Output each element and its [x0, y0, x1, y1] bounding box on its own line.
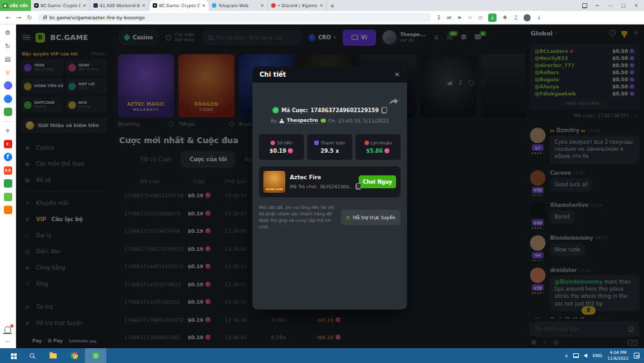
share-icon[interactable] — [390, 96, 399, 108]
share-icon[interactable]: ➤ — [457, 14, 462, 21]
tab-title: $1,500 Weekend Booongo M — [100, 3, 140, 8]
downloads-icon[interactable]: ↓ — [536, 14, 541, 21]
volume-icon[interactable] — [584, 353, 587, 358]
game-id-value: 3635242300... — [319, 184, 354, 190]
support-note: Mọi vấn đề, xin vui lòng liên hệ với bộ … — [259, 204, 336, 230]
tab-close-icon[interactable]: ✕ — [142, 3, 146, 8]
garden-icon[interactable] — [4, 193, 12, 201]
reading-list-icon[interactable]: ▤ — [4, 55, 12, 63]
file-explorer-icon[interactable] — [43, 348, 64, 363]
game-id-row: Mã Trò chơi: 3635242300... — [290, 183, 354, 190]
games-icon[interactable] — [4, 108, 12, 116]
shopee-icon[interactable]: 9.9 — [4, 166, 12, 175]
play-now-button[interactable]: Chơi Ngay — [359, 175, 396, 188]
back-to-app-icon[interactable]: ← — [596, 3, 600, 8]
stat-value: 29.5 x — [321, 148, 339, 154]
stat-box: Lợi nhuận $5.86 — [355, 134, 401, 160]
hot-deals-crown-icon[interactable]: ♕ — [4, 68, 12, 77]
on-label: On — [328, 118, 336, 124]
modal-header: Chi tiết ✕ — [252, 66, 407, 83]
new-tab-button[interactable]: + — [327, 0, 337, 11]
coccoc-brand-label: cốc cốc — [10, 3, 28, 8]
start-button[interactable] — [0, 348, 21, 363]
tab-close-icon[interactable]: ✕ — [202, 3, 205, 8]
back-icon[interactable]: ← — [6, 14, 11, 21]
coin-icon — [288, 148, 293, 153]
browser-tabs: BC.Game: Crypto Casino Gan ✕ $1,500 Week… — [31, 0, 327, 11]
address-bar[interactable]: bc.game/vi/game/aztec-fire-by-booongo — [38, 13, 431, 22]
stat-icon — [314, 141, 319, 145]
url-text: bc.game/vi/game/aztec-fire-by-booongo — [50, 15, 145, 21]
facebook-icon[interactable]: f — [4, 153, 12, 161]
youtube-icon[interactable]: ▸ — [4, 140, 12, 148]
tab-close-icon[interactable]: ✕ — [82, 3, 86, 8]
stat-icon — [365, 141, 369, 145]
profile-avatar[interactable] — [524, 14, 531, 21]
history-icon[interactable]: ↻ — [4, 42, 12, 50]
system-tray: ∧ ENG 4:04 PM11/6/2022 — [565, 350, 644, 361]
bet-id-value: 1748637249602129159 — [310, 108, 379, 113]
stat-value: $5.86 — [366, 148, 390, 154]
browser-sidebar: ⚙ ↻ ▤ ♕ + ▸ f 9.9 ⋯ — [0, 25, 16, 348]
stat-box: Thanh toán 29.5 x — [307, 134, 352, 160]
network-icon[interactable] — [573, 353, 579, 358]
coin-icon — [384, 148, 390, 153]
extensions-icon[interactable]: ❖ — [502, 14, 507, 21]
cart-icon[interactable] — [4, 206, 12, 214]
live-support-button[interactable]: ∩ Hỗ trợ trực tuyến — [341, 210, 401, 225]
maximize-button[interactable]: ▢ — [621, 3, 626, 8]
browser-tab[interactable]: BC.Game: Crypto Casino Gan ✕ — [31, 0, 90, 11]
gift-icon[interactable] — [4, 179, 12, 188]
download-video-icon[interactable]: ↓ — [488, 14, 497, 22]
translate-icon[interactable]: ⇄ — [447, 14, 451, 21]
coccoc-taskbar-icon[interactable] — [85, 348, 106, 363]
forward-icon[interactable]: → — [17, 14, 22, 21]
game-thumbnail[interactable]: AZTEC FIRE — [263, 171, 285, 193]
tab-close-icon[interactable]: ✕ — [260, 3, 264, 8]
game-name: Aztec Fire — [290, 174, 354, 181]
lock-icon — [43, 17, 46, 19]
screenshot-icon[interactable] — [582, 3, 587, 8]
chrome-icon[interactable] — [64, 348, 85, 363]
modal-title: Chi tiết — [260, 71, 286, 78]
modal-close-icon[interactable]: ✕ — [395, 71, 400, 78]
bet-datetime: 13:40:33, 5/11/2022 — [338, 118, 389, 124]
browser-tab[interactable]: $1,500 Weekend Booongo M ✕ — [90, 0, 149, 11]
browser-tab[interactable]: • Discord | #games | BC G ✕ — [268, 0, 327, 11]
by-label: By — [270, 118, 277, 124]
tab-favicon — [212, 3, 216, 8]
media-icon[interactable]: ♫ — [513, 14, 518, 21]
stat-icon — [270, 141, 275, 145]
taskbar-search-icon[interactable] — [21, 348, 43, 363]
copy-icon[interactable] — [381, 107, 387, 113]
notifications-bell-icon[interactable] — [5, 326, 11, 333]
notification-dot — [10, 324, 14, 328]
action-center-icon[interactable] — [634, 353, 639, 358]
add-shortcut-icon[interactable]: + — [4, 126, 12, 135]
game-card: AZTEC FIRE Aztec Fire Mã Trò chơi: 36352… — [259, 166, 401, 197]
coccoc-brand[interactable]: cốc cốc — [0, 0, 31, 11]
settings-icon[interactable]: ⚙ — [4, 28, 12, 37]
browser-tab[interactable]: Telegram Web ✕ — [209, 0, 268, 11]
bookmark-star-icon[interactable]: ☆ — [468, 14, 473, 21]
copy-icon[interactable] — [355, 183, 361, 190]
tray-chevron-icon[interactable]: ∧ — [565, 353, 568, 358]
tab-close-icon[interactable]: ✕ — [319, 3, 323, 8]
reload-icon[interactable]: ↻ — [27, 14, 32, 21]
player-name[interactable]: Thespectre — [287, 117, 317, 124]
coccoc-newsfeed-icon[interactable] — [4, 95, 12, 103]
language-indicator[interactable]: ENG — [592, 353, 602, 358]
shield-icon[interactable]: ◇ — [478, 14, 483, 21]
bet-by-row: By Thespectre On 13:40:33, 5/11/2022 — [252, 117, 407, 124]
messenger-icon[interactable] — [4, 81, 12, 90]
tab-favicon — [153, 3, 157, 8]
taskbar-clock[interactable]: 4:04 PM11/6/2022 — [607, 350, 629, 361]
game-id-label: Mã Trò chơi: — [290, 184, 317, 190]
bet-id-label: Mã Cược: — [281, 108, 308, 113]
frog-emoji-icon — [321, 119, 326, 123]
save-page-icon[interactable]: ↧ — [437, 14, 441, 21]
browser-tab[interactable]: BC.Game: Crypto Casino Gan ✕ — [149, 0, 209, 11]
close-button[interactable]: ✕ — [634, 3, 638, 8]
more-icon[interactable]: ⋯ — [4, 337, 12, 346]
minimize-button[interactable]: — — [608, 3, 613, 8]
